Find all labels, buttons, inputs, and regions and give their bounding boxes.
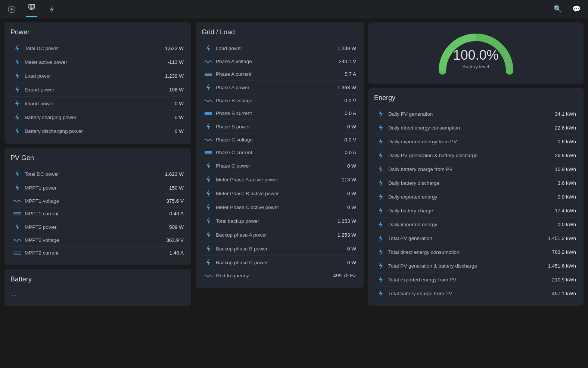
metric-value: 0 W <box>154 128 184 134</box>
wave-icon <box>12 199 22 204</box>
metric-row: Daily exported energy0.0 kWh <box>374 190 578 204</box>
metric-value: 1,451.2 kWh <box>546 236 576 241</box>
metric-row: Daily PV generation34.1 kWh <box>374 107 578 121</box>
metric-row: Total direct energy consumption783.2 kWh <box>374 245 578 259</box>
metric-name: Total battery charge from PV <box>386 291 546 296</box>
svg-marker-18 <box>15 128 19 134</box>
svg-marker-36 <box>206 123 210 130</box>
metric-value: 0 W <box>326 124 356 130</box>
metric-name: Backup phase A power <box>214 232 326 238</box>
battery-bottom-title: Battery <box>10 275 185 283</box>
metric-row: Daily imported energy0.0 kWh <box>374 218 578 231</box>
metric-row: Phase C voltage0.0 V <box>202 134 358 146</box>
solar-nav-icon[interactable] <box>26 1 37 17</box>
grid-load-card: Grid / Load Load power1,239 WPhase A vol… <box>196 22 364 288</box>
nav-right: 🔍 💬 <box>552 3 582 15</box>
bolt-icon <box>376 180 386 186</box>
metric-name: Phase A voltage <box>214 59 326 64</box>
bolt-icon <box>376 290 386 297</box>
energy-metrics: Daily PV generation34.1 kWhDaily direct … <box>374 107 578 300</box>
bolt-icon <box>12 86 22 93</box>
metric-row: Import power0 W <box>10 97 185 110</box>
bolt-icon <box>376 124 386 131</box>
bolt-icon <box>376 249 386 255</box>
metric-row: Backup phase A power1,253 W <box>202 228 358 242</box>
pv-gen-title: PV Gen <box>10 154 185 162</box>
svg-marker-32 <box>206 84 210 91</box>
metric-name: MPPT1 current <box>22 211 154 216</box>
dashboard-nav-icon[interactable] <box>6 4 17 17</box>
energy-card: Energy Daily PV generation34.1 kWhDaily … <box>368 88 584 306</box>
metric-value: 34.1 kWh <box>546 111 576 117</box>
metric-value: 0 W <box>326 191 356 196</box>
metric-name: Meter active power <box>22 59 154 65</box>
metric-value: 499.70 Hz <box>326 273 356 278</box>
grid-load-title: Grid / Load <box>202 28 358 36</box>
metric-row: Load power1,239 W <box>10 69 185 83</box>
metric-name: Total PV generation <box>386 236 546 241</box>
svg-marker-16 <box>15 100 19 107</box>
bolt-icon <box>376 276 386 283</box>
power-title: Power <box>10 28 185 36</box>
metric-name: MPPT1 voltage <box>22 198 154 204</box>
metric-value: 0.0 V <box>326 98 356 103</box>
metric-row: Daily PV generation & battery discharge2… <box>374 149 578 162</box>
metric-name: Daily direct energy consumption <box>386 125 546 131</box>
bolt-icon <box>12 171 22 177</box>
svg-marker-57 <box>379 235 383 241</box>
svg-point-1 <box>10 8 13 10</box>
metric-value: 240.1 V <box>326 59 356 64</box>
metric-value: 0 W <box>326 246 356 252</box>
battery-placeholder: ... <box>10 289 185 300</box>
metric-name: Battery discharging power <box>22 128 154 134</box>
metric-name: Total direct energy consumption <box>386 249 546 255</box>
metric-row: Daily battery charge17.4 kWh <box>374 204 578 218</box>
metric-row: Export power106 W <box>10 83 185 97</box>
metric-row: Grid frequency499.70 Hz <box>202 269 358 282</box>
metric-name: Backup phase B power <box>214 246 326 252</box>
svg-marker-44 <box>206 218 210 224</box>
metric-name: MPPT2 voltage <box>22 237 154 243</box>
nav-left <box>6 1 57 17</box>
metric-row: Total battery charge from PV457.1 kWh <box>374 287 578 300</box>
power-card: Power Total DC power1,623 WMeter active … <box>4 22 191 144</box>
metric-row: Meter Phase C active power0 W <box>202 200 358 214</box>
metric-name: Total PV generation & battery discharge <box>386 263 546 269</box>
current-icon <box>203 72 214 77</box>
wave-icon <box>203 98 214 103</box>
lightning-nav-icon[interactable] <box>46 4 57 17</box>
metric-row: Daily battery discharge3.6 kWh <box>374 176 578 190</box>
metric-name: Meter Phase C active power <box>214 205 326 210</box>
metric-value: 17.4 kWh <box>546 208 576 213</box>
metric-row: Phase B current0.0 A <box>202 107 358 120</box>
metric-value: 0.6 kWh <box>546 139 576 144</box>
battery-card-bottom: Battery ... <box>4 269 191 306</box>
metric-row: MPPT2 current1.40 A <box>10 247 185 259</box>
top-navigation: 🔍 💬 <box>0 0 588 18</box>
metric-value: 0.0 kWh <box>546 222 576 227</box>
metric-row: MPPT2 voltage363.9 V <box>10 234 185 247</box>
metric-name: Battery charging power <box>22 115 154 120</box>
gridload-metrics: Load power1,239 WPhase A voltage240.1 VP… <box>202 41 358 282</box>
chat-nav-icon[interactable]: 💬 <box>571 3 582 15</box>
metric-value: 1,239 W <box>154 73 184 79</box>
svg-marker-50 <box>379 138 383 145</box>
metric-row: Phase B voltage0.0 V <box>202 94 358 107</box>
metric-row: Battery charging power0 W <box>10 110 185 124</box>
svg-marker-61 <box>379 290 383 297</box>
metric-name: Phase C power <box>214 163 326 169</box>
metric-value: 3.6 kWh <box>546 180 576 186</box>
current-icon <box>12 211 22 216</box>
svg-marker-60 <box>379 276 383 283</box>
svg-marker-48 <box>379 110 383 117</box>
metric-row: Battery discharging power0 W <box>10 124 185 138</box>
search-nav-icon[interactable]: 🔍 <box>552 3 563 15</box>
bolt-icon <box>376 193 386 200</box>
metric-value: 0.0 V <box>326 137 356 143</box>
metric-row: Phase B power0 W <box>202 120 358 134</box>
metric-row: Meter Phase B active power0 W <box>202 187 358 200</box>
svg-marker-43 <box>206 204 210 210</box>
metric-value: 0.40 A <box>154 211 184 216</box>
metric-name: Daily exported energy from PV <box>386 139 546 144</box>
metric-value: 5.7 A <box>326 71 356 77</box>
